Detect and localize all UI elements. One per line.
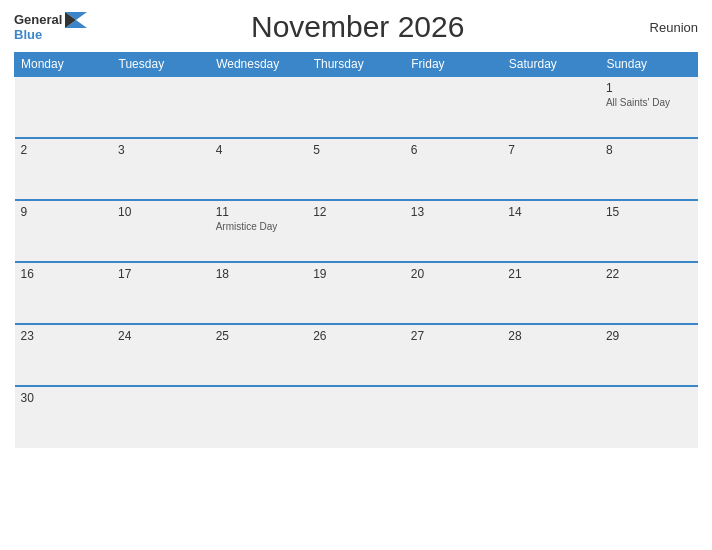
calendar-day-cell: 11Armistice Day [210, 200, 308, 262]
day-number: 6 [411, 143, 497, 157]
logo-flag-icon [65, 12, 87, 28]
holiday-label: All Saints' Day [606, 97, 692, 108]
calendar-day-cell: 3 [112, 138, 210, 200]
day-number: 8 [606, 143, 692, 157]
calendar-day-cell [112, 386, 210, 448]
calendar-week-row: 30 [15, 386, 698, 448]
calendar-day-cell: 27 [405, 324, 503, 386]
calendar-day-cell: 26 [307, 324, 405, 386]
calendar-day-cell: 15 [600, 200, 698, 262]
day-number: 20 [411, 267, 497, 281]
header-friday: Friday [405, 53, 503, 77]
calendar-day-cell: 14 [502, 200, 600, 262]
day-number: 28 [508, 329, 594, 343]
day-number: 23 [21, 329, 107, 343]
day-number: 2 [21, 143, 107, 157]
day-number: 29 [606, 329, 692, 343]
day-number: 18 [216, 267, 302, 281]
calendar-day-cell: 9 [15, 200, 113, 262]
logo-general-text: General [14, 13, 62, 27]
calendar-day-cell: 24 [112, 324, 210, 386]
day-number: 3 [118, 143, 204, 157]
calendar-day-cell [307, 386, 405, 448]
day-number: 10 [118, 205, 204, 219]
calendar-day-cell: 5 [307, 138, 405, 200]
logo-blue-text: Blue [14, 28, 42, 42]
calendar-week-row: 1All Saints' Day [15, 76, 698, 138]
calendar-day-cell: 30 [15, 386, 113, 448]
day-number: 13 [411, 205, 497, 219]
calendar-day-cell: 28 [502, 324, 600, 386]
calendar-day-cell: 12 [307, 200, 405, 262]
day-number: 25 [216, 329, 302, 343]
header-saturday: Saturday [502, 53, 600, 77]
calendar-day-cell: 29 [600, 324, 698, 386]
calendar-day-cell [210, 76, 308, 138]
calendar-title: November 2026 [87, 10, 628, 44]
day-number: 26 [313, 329, 399, 343]
day-number: 12 [313, 205, 399, 219]
calendar-day-cell [15, 76, 113, 138]
calendar-week-row: 16171819202122 [15, 262, 698, 324]
calendar-day-cell: 1All Saints' Day [600, 76, 698, 138]
calendar-day-cell: 17 [112, 262, 210, 324]
calendar-week-row: 91011Armistice Day12131415 [15, 200, 698, 262]
calendar-page: General Blue November 2026 Reunion Monda… [0, 0, 712, 550]
day-number: 27 [411, 329, 497, 343]
days-header-row: Monday Tuesday Wednesday Thursday Friday… [15, 53, 698, 77]
calendar-day-cell: 10 [112, 200, 210, 262]
logo: General Blue [14, 12, 87, 42]
calendar-day-cell: 6 [405, 138, 503, 200]
day-number: 4 [216, 143, 302, 157]
header-thursday: Thursday [307, 53, 405, 77]
calendar-day-cell: 8 [600, 138, 698, 200]
day-number: 7 [508, 143, 594, 157]
calendar-day-cell: 2 [15, 138, 113, 200]
calendar-day-cell: 16 [15, 262, 113, 324]
calendar-day-cell [405, 386, 503, 448]
calendar-day-cell [502, 76, 600, 138]
calendar-week-row: 23242526272829 [15, 324, 698, 386]
calendar-day-cell: 18 [210, 262, 308, 324]
calendar-day-cell [600, 386, 698, 448]
calendar-day-cell: 13 [405, 200, 503, 262]
calendar-day-cell: 19 [307, 262, 405, 324]
region-label: Reunion [628, 20, 698, 35]
day-number: 11 [216, 205, 302, 219]
calendar-table: Monday Tuesday Wednesday Thursday Friday… [14, 52, 698, 448]
calendar-day-cell: 4 [210, 138, 308, 200]
header-tuesday: Tuesday [112, 53, 210, 77]
calendar-day-cell: 22 [600, 262, 698, 324]
day-number: 19 [313, 267, 399, 281]
day-number: 30 [21, 391, 107, 405]
day-number: 9 [21, 205, 107, 219]
day-number: 16 [21, 267, 107, 281]
day-number: 15 [606, 205, 692, 219]
day-number: 17 [118, 267, 204, 281]
calendar-day-cell [405, 76, 503, 138]
calendar-week-row: 2345678 [15, 138, 698, 200]
day-number: 1 [606, 81, 692, 95]
calendar-day-cell: 20 [405, 262, 503, 324]
day-number: 24 [118, 329, 204, 343]
header-monday: Monday [15, 53, 113, 77]
day-number: 5 [313, 143, 399, 157]
header-sunday: Sunday [600, 53, 698, 77]
header: General Blue November 2026 Reunion [14, 10, 698, 44]
calendar-day-cell [307, 76, 405, 138]
day-number: 22 [606, 267, 692, 281]
day-number: 14 [508, 205, 594, 219]
calendar-day-cell: 23 [15, 324, 113, 386]
holiday-label: Armistice Day [216, 221, 302, 232]
calendar-day-cell: 21 [502, 262, 600, 324]
calendar-day-cell [210, 386, 308, 448]
calendar-day-cell: 25 [210, 324, 308, 386]
calendar-day-cell [502, 386, 600, 448]
calendar-day-cell [112, 76, 210, 138]
calendar-day-cell: 7 [502, 138, 600, 200]
header-wednesday: Wednesday [210, 53, 308, 77]
day-number: 21 [508, 267, 594, 281]
